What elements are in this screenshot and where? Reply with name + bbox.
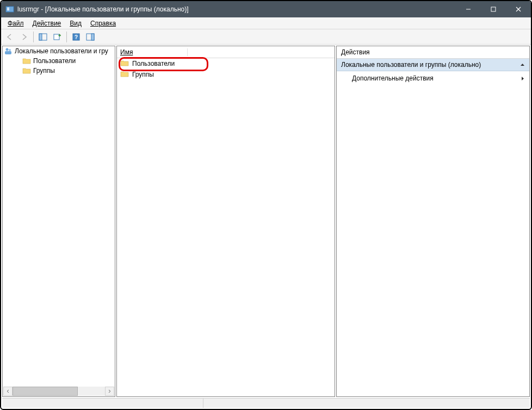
chevron-right-icon (521, 76, 525, 81)
menu-view[interactable]: Вид (65, 18, 86, 28)
tree-root-label: Локальные пользователи и гру (15, 47, 108, 55)
close-button[interactable] (506, 1, 531, 17)
scroll-right-button[interactable] (105, 387, 114, 396)
menu-file[interactable]: Файл (3, 18, 28, 28)
status-cell (203, 399, 530, 408)
actions-title: Действия (337, 46, 529, 59)
toolbar: ? (1, 29, 531, 45)
horizontal-scrollbar[interactable] (3, 387, 114, 396)
list-item-label: Группы (132, 71, 154, 78)
list-item-users[interactable]: Пользователи (117, 58, 335, 69)
svg-point-14 (6, 48, 9, 51)
folder-icon (22, 57, 31, 65)
actions-subhead[interactable]: Локальные пользователи и группы (локальн… (337, 59, 529, 71)
tree-root[interactable]: Локальные пользователи и гру (3, 46, 115, 56)
svg-rect-16 (5, 51, 11, 54)
svg-rect-1 (7, 8, 9, 9)
minimize-button[interactable] (456, 1, 481, 17)
status-cell (2, 399, 203, 408)
svg-point-15 (9, 49, 11, 51)
collapse-icon (520, 63, 525, 67)
folder-icon (22, 66, 31, 75)
menubar: Файл Действие Вид Справка (1, 17, 531, 29)
toolbar-separator (33, 32, 34, 42)
actions-row-label: Дополнительные действия (352, 74, 434, 82)
app-icon (5, 5, 14, 14)
tree-item-label: Пользователи (33, 57, 76, 65)
actions-more[interactable]: Дополнительные действия (337, 71, 529, 85)
back-button[interactable] (3, 30, 16, 44)
help-button[interactable]: ? (70, 30, 83, 44)
list-header-name[interactable]: Имя (120, 48, 188, 56)
list-pane: Имя Пользователи Группы (116, 46, 335, 397)
svg-rect-2 (7, 9, 9, 10)
maximize-button[interactable] (481, 1, 506, 17)
tree-item-label: Группы (33, 67, 55, 74)
tree-item-users[interactable]: Пользователи (3, 56, 115, 66)
menu-action[interactable]: Действие (28, 18, 66, 28)
statusbar (2, 398, 530, 408)
actions-subhead-label: Локальные пользователи и группы (локальн… (341, 61, 481, 69)
svg-rect-13 (91, 34, 94, 40)
scroll-left-button[interactable] (3, 387, 13, 396)
svg-rect-4 (491, 7, 496, 11)
list-item-groups[interactable]: Группы (117, 69, 335, 80)
show-hide-tree-button[interactable] (36, 30, 50, 44)
window-titlebar: lusrmgr - [Локальные пользователи и груп… (1, 1, 531, 17)
toolbar-separator (66, 32, 67, 42)
folder-icon (120, 59, 129, 68)
list-header[interactable]: Имя (117, 46, 335, 58)
tree-item-groups[interactable]: Группы (3, 66, 115, 76)
window-title: lusrmgr - [Локальные пользователи и груп… (17, 5, 456, 13)
svg-rect-8 (39, 34, 42, 40)
list-item-label: Пользователи (132, 60, 175, 67)
svg-text:?: ? (75, 34, 78, 40)
refresh-button[interactable] (84, 30, 97, 44)
actions-pane: Действия Локальные пользователи и группы… (336, 46, 530, 397)
scroll-thumb[interactable] (13, 387, 78, 396)
folder-icon (120, 70, 129, 79)
tree-pane: Локальные пользователи и гру Пользовател… (2, 46, 115, 397)
menu-help[interactable]: Справка (86, 18, 120, 28)
export-list-button[interactable] (51, 30, 64, 44)
users-groups-icon (4, 47, 13, 55)
forward-button[interactable] (17, 30, 30, 44)
